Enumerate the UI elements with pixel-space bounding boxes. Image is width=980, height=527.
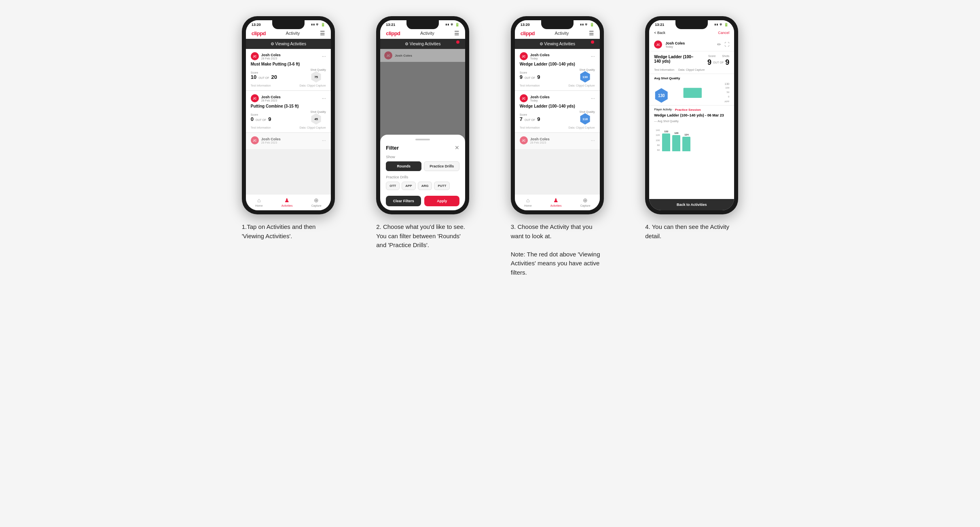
filter-practice-drills-btn[interactable]: Practice Drills <box>424 161 459 171</box>
outof-3-2: OUT OF <box>525 119 535 122</box>
filter-actions-2: Clear Filters Apply <box>386 196 459 206</box>
svg-rect-0 <box>684 88 702 98</box>
activity-card-1-3[interactable]: JC Josh Coles 28 Feb 2023 ··· <box>246 133 331 150</box>
status-icons-4: ▮▮ ᯤ 🔋 <box>714 23 728 27</box>
capture-icon-1: ⊕ <box>314 197 319 203</box>
step-4-column: 13:21 ▮▮ ᯤ 🔋 < Back Cancel JC Josh Coles… <box>631 16 753 277</box>
more-dots-1-1[interactable]: ··· <box>322 53 326 59</box>
nav-capture-label-1: Capture <box>311 204 322 207</box>
activity-feed-3: JC Josh Coles Today ··· Wedge Ladder (10… <box>515 49 600 194</box>
viewing-banner-3[interactable]: ⚙ Viewing Activities <box>515 39 600 49</box>
avatar-behind: JC <box>384 51 392 59</box>
user-info-3-3: JC Josh Coles 28 Feb 2023 <box>520 136 550 144</box>
more-dots-1-3[interactable]: ··· <box>322 138 326 143</box>
score-value-3-2: 7 <box>520 116 523 122</box>
bottom-nav-3: ⌂ Home ♟ Activities ⊕ Capture <box>515 194 600 210</box>
avatar-3-3: JC <box>520 136 528 144</box>
quality-label-1-1: Shot Quality <box>311 68 326 71</box>
user-info-1-2: JC Josh Coles 28 Feb 2023 <box>251 94 281 102</box>
red-dot-3 <box>591 40 594 44</box>
player-activity-prefix-4: Player Activity · <box>654 108 673 112</box>
more-dots-1-2[interactable]: ··· <box>322 95 326 101</box>
nav-capture-3[interactable]: ⊕ Capture <box>580 197 591 207</box>
bars-container-4: 132 129 124 <box>662 129 690 151</box>
chip-ott[interactable]: OTT <box>386 182 400 190</box>
step-1-column: 13:20 ▮▮ ᯤ 🔋 clippd Activity ☰ ⚙ Viewing… <box>227 16 350 277</box>
viewing-banner-1[interactable]: ⚙ Viewing Activities <box>246 39 331 49</box>
outof-4: OUT OF <box>713 61 724 64</box>
user-date-3-1: Today <box>530 57 550 60</box>
step-3-column: 13:20 ▮▮ ᯤ 🔋 clippd Activity ☰ ⚙ Viewing… <box>496 16 619 277</box>
chip-arg[interactable]: ARG <box>418 182 432 190</box>
card-footer-3-2: Test Information Data: Clippd Capture <box>520 126 595 129</box>
activity-card-1-1[interactable]: JC Josh Coles 28 Feb 2023 ··· Must Make … <box>246 49 331 91</box>
activity-card-3-2[interactable]: JC Josh Coles Today ··· Wedge Ladder (10… <box>515 91 600 133</box>
nav-home-label-3: Home <box>524 204 532 207</box>
score-label-3-2: Score <box>520 113 540 116</box>
app-nav-2: clippd Activity ☰ <box>380 28 465 39</box>
user-date-1-3: 28 Feb 2023 <box>261 141 281 144</box>
nav-capture-1[interactable]: ⊕ Capture <box>311 197 322 207</box>
player-activity-value-4: Practice Session <box>675 108 701 112</box>
more-dots-3-3[interactable]: ··· <box>591 138 595 143</box>
session-bar-chart-4: 1401201008060 132 129 <box>654 125 729 151</box>
filter-rounds-btn[interactable]: Rounds <box>386 161 421 171</box>
edit-icon-4[interactable]: ✏ <box>717 42 721 47</box>
more-dots-3-2[interactable]: ··· <box>591 95 595 101</box>
app-logo-3: clippd <box>521 30 535 36</box>
detail-score-section-4: Score Shots 9 OUT OF 9 <box>707 55 729 67</box>
practice-drills-label-2: Practice Drills <box>386 175 459 179</box>
nav-home-1[interactable]: ⌂ Home <box>255 197 263 207</box>
card-footer-1-1: Test Information Data: Clippd Capture <box>251 84 326 87</box>
user-name-3-2: Josh Coles <box>530 95 550 99</box>
filter-close-2[interactable]: ✕ <box>455 144 459 151</box>
avatar-1-2: JC <box>251 94 259 102</box>
app-nav-title-1: Activity <box>286 31 300 36</box>
outof-1-2: OUT OF <box>256 119 266 122</box>
drill-name-4: Wedge Ladder (100–140 yds) <box>654 55 698 63</box>
back-to-activities-btn[interactable]: Back to Activities <box>649 199 734 210</box>
nav-home-3[interactable]: ⌂ Home <box>524 197 532 207</box>
status-icons-1: ▮▮ ᯤ 🔋 <box>311 23 325 27</box>
nav-activities-1[interactable]: ♟ Activities <box>282 197 293 207</box>
phone-frame-2: 13:21 ▮▮ ᯤ 🔋 clippd Activity ☰ ⚙ Viewing… <box>376 16 469 214</box>
page-container: 13:20 ▮▮ ᯤ 🔋 clippd Activity ☰ ⚙ Viewing… <box>227 16 753 277</box>
bar-2-4 <box>672 135 680 151</box>
avatar-3-2: JC <box>520 94 528 102</box>
outof-1-1: OUT OF <box>258 76 269 80</box>
phone-screen-4: 13:21 ▮▮ ᯤ 🔋 < Back Cancel JC Josh Coles… <box>649 20 734 210</box>
app-nav-3: clippd Activity ☰ <box>515 28 600 39</box>
apply-btn[interactable]: Apply <box>424 196 459 206</box>
filter-chips-2: OTT APP ARG PUTT <box>386 182 459 190</box>
expand-icon-4[interactable]: ⛶ <box>724 42 729 47</box>
viewing-banner-text-2: ⚙ Viewing Activities <box>405 42 440 46</box>
quality-hex-3-2: 118 <box>580 113 591 125</box>
filter-modal-2: Filter ✕ Show Rounds Practice Drills Pra… <box>380 135 465 210</box>
chip-app[interactable]: APP <box>402 182 415 190</box>
phone-screen-3: 13:20 ▮▮ ᯤ 🔋 clippd Activity ☰ ⚙ Viewing… <box>515 20 600 210</box>
cancel-btn-4[interactable]: Cancel <box>718 31 729 35</box>
activity-card-1-2[interactable]: JC Josh Coles 28 Feb 2023 ··· Putting Co… <box>246 91 331 133</box>
activity-card-3-1[interactable]: JC Josh Coles Today ··· Wedge Ladder (10… <box>515 49 600 91</box>
clear-filters-btn[interactable]: Clear Filters <box>386 196 421 206</box>
avatar-1-1: JC <box>251 52 259 60</box>
phone-notch-3 <box>541 20 574 29</box>
user-info-1-1: JC Josh Coles 28 Feb 2023 <box>251 52 281 60</box>
menu-icon-3[interactable]: ☰ <box>589 30 594 36</box>
menu-icon-1[interactable]: ☰ <box>320 30 325 36</box>
chip-putt[interactable]: PUTT <box>434 182 450 190</box>
nav-activities-3[interactable]: ♟ Activities <box>550 197 562 207</box>
info-line1-4: Test Information <box>654 68 674 71</box>
activity-card-3-3[interactable]: JC Josh Coles 28 Feb 2023 ··· <box>515 133 600 150</box>
user-info-3-1: JC Josh Coles Today <box>520 52 550 60</box>
score-label-1-1: Score <box>251 71 277 74</box>
more-dots-3-1[interactable]: ··· <box>591 53 595 59</box>
viewing-banner-2[interactable]: ⚙ Viewing Activities <box>380 39 465 49</box>
quality-label-3-1: Shot Quality <box>580 68 595 71</box>
score-num-4: 9 <box>707 58 711 67</box>
viewing-banner-text-3: ⚙ Viewing Activities <box>540 42 575 46</box>
activity-title-1-1: Must Make Putting (3-6 ft) <box>251 62 326 66</box>
menu-icon-2[interactable]: ☰ <box>454 30 459 36</box>
score-label-4: Score <box>708 55 715 57</box>
back-btn-4[interactable]: < Back <box>654 31 665 35</box>
